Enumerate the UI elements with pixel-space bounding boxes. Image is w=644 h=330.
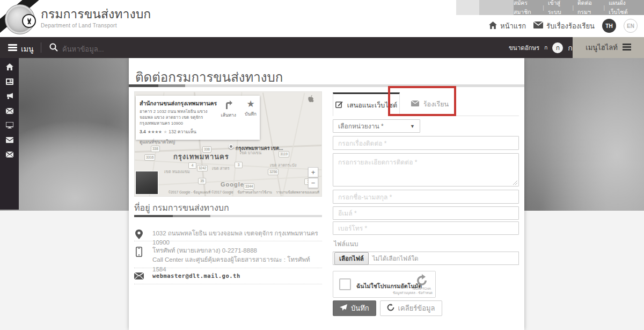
department-select[interactable]: เลือกหน่วยงาน * ▼ <box>333 119 420 133</box>
star-icon: ★ <box>246 100 254 109</box>
road-shield: 3316 <box>144 154 155 161</box>
complaint-link[interactable]: รับเรื่องร้องเรียน <box>533 20 595 32</box>
search-icon[interactable] <box>49 43 58 54</box>
map-card-address: อาคาร 2 1032 ถนน พหลโยธิน แขวง จอมพล แขว… <box>140 109 218 126</box>
left-sidebar <box>0 58 19 210</box>
file-input[interactable]: เลือกไฟล์ ไม่ได้เลือกไฟล์ใด <box>333 252 519 265</box>
sitemap-link[interactable]: แผนผังเว็บไซต์ <box>609 0 638 17</box>
details-placeholder: กรอกรายละเอียดการติดต่อ * <box>338 157 417 167</box>
reviews-link[interactable]: 132 ความเห็น <box>169 128 196 135</box>
send-icon <box>340 304 347 313</box>
highlight-menu-label: เมนูไฮไลท์ <box>586 42 617 53</box>
divider <box>134 268 322 268</box>
highlight-menu-button[interactable]: เมนูไฮไลท์ <box>573 37 644 58</box>
sidebar-item-home[interactable] <box>0 63 19 72</box>
rating-stars-empty: ★ <box>164 130 167 134</box>
sidebar-item-contact[interactable] <box>0 150 19 159</box>
choose-file-button[interactable]: เลือกไฟล์ <box>334 252 369 265</box>
font-size-label: ขนาดอักษร <box>509 43 539 53</box>
map-info-card: สำนักงานขนส่งกรุงเทพมหานคร เ... อาคาร 2 … <box>136 96 260 140</box>
menu-hamburger-icon[interactable] <box>8 44 17 51</box>
mail-icon <box>6 106 13 116</box>
contact-link[interactable]: ติดต่อกรมฯ <box>577 0 600 17</box>
tab-complaint[interactable]: ร้องเรียน <box>400 92 460 116</box>
sidebar-item-inbox[interactable] <box>0 135 19 145</box>
map-district-label: เขต สาทร <box>212 165 229 171</box>
fullname-input[interactable]: กรอกชื่อ-นามสกุล * <box>333 190 519 204</box>
search-input[interactable]: ค้นหาข้อมูล... <box>62 44 223 55</box>
subject-input[interactable]: กรอกเรื่องติดต่อ * <box>333 136 519 150</box>
link-separator: | <box>604 5 605 11</box>
tab-website-suggestion[interactable]: เสนอแนะเว็บไซต์ <box>333 92 400 116</box>
no-file-text: ไม่ได้เลือกไฟล์ใด <box>372 254 419 263</box>
sidebar-item-mail[interactable] <box>0 106 19 116</box>
recaptcha-checkbox[interactable] <box>339 278 351 290</box>
directions-button[interactable]: เส้นทาง <box>221 100 236 119</box>
register-link[interactable]: สมัครสมาชิก <box>514 0 539 17</box>
resize-handle[interactable] <box>513 181 517 185</box>
top-utility-strip: สมัครสมาชิก | เข้าสู่ระบบ | ติดต่อกรมฯ |… <box>456 0 644 15</box>
content-panel: ติดต่อกรมการขนส่งทางบก กรุงเทพมหานคร กรุ… <box>129 58 524 330</box>
map-zoom-out-button[interactable]: − <box>308 178 318 188</box>
road-shield: 35 <box>198 178 206 184</box>
sidebar-item-news[interactable] <box>0 77 19 87</box>
map-district-label: เขต บางเขน <box>240 149 261 156</box>
map-attribution: ©2017 Google - ข้อมูลแผนที่ ©2017 Google… <box>135 189 321 196</box>
clear-button[interactable]: เคลียร์ข้อมูล <box>380 300 442 316</box>
edit-icon <box>335 101 343 110</box>
news-card-icon <box>6 77 13 87</box>
save-place-button[interactable]: ★ บันทึก <box>245 100 257 119</box>
address-email-text[interactable]: webmaster@dlt.mail.go.th <box>152 272 240 281</box>
sidebar-item-eservice[interactable] <box>0 121 19 130</box>
address-email-row: webmaster@dlt.mail.go.th <box>134 272 322 281</box>
address-location-text: 1032 ถนนพหลโยธิน แขวงจอมพล เขตจตุจักร กร… <box>152 229 322 248</box>
details-textarea[interactable]: กรอกรายละเอียดการติดต่อ * <box>333 153 519 186</box>
attachment-label: ไฟล์แนบ <box>334 239 358 249</box>
main-navbar: เมนู ค้นหาข้อมูล... ขนาดอักษร ก ก ก <box>0 37 644 58</box>
contact-mail-icon <box>6 150 13 160</box>
phone-input[interactable]: เบอร์โทร * <box>333 221 519 235</box>
department-select-value: เลือกหน่วยงาน * <box>338 121 384 131</box>
google-map-embed[interactable]: กรุงเทพมหานคร กรุงเทพมหานคร เขต... เขต ห… <box>134 91 322 197</box>
font-size-large-button[interactable]: ก <box>568 42 572 54</box>
envelope-icon <box>411 101 419 108</box>
sidebar-item-announcements[interactable] <box>0 92 19 101</box>
font-size-medium-button[interactable]: ก <box>552 42 563 53</box>
site-header: กรมการขนส่งทางบก Department of Land Tran… <box>0 0 644 37</box>
map-report-link[interactable]: รายงานข้อผิดพลาดของแผนที่ <box>276 190 319 194</box>
map-city-label: กรุงเทพมหานคร <box>173 151 229 162</box>
save-place-label: บันทึก <box>245 110 257 118</box>
recaptcha-links[interactable]: ข้อมูลส่วนบุคคล - ข้อกำหนด <box>393 290 433 296</box>
save-button[interactable]: บันทึก <box>333 300 376 316</box>
map-card-title: สำนักงานขนส่งกรุงเทพมหานคร เ... <box>140 99 218 108</box>
larger-map-link[interactable]: ดูแผนที่ขนาดใหญ่ <box>140 138 256 146</box>
map-zoom-in-button[interactable]: + <box>308 167 318 177</box>
apple-store-poi-icon <box>308 95 314 105</box>
font-size-small-button[interactable]: ก <box>544 44 547 52</box>
home-link-label: หน้าแรก <box>500 20 526 32</box>
form-tabs: เสนอแนะเว็บไซต์ ร้องเรียน <box>333 89 519 116</box>
email-input[interactable]: อีเมล์ * <box>333 206 519 220</box>
save-button-label: บันทึก <box>351 303 369 314</box>
map-district-label: เขต หนองแขม <box>164 168 190 175</box>
attribution-text: ©2017 Google - ข้อมูลแผนที่ ©2017 Google <box>169 190 233 194</box>
map-card-actions: เส้นทาง ★ บันทึก <box>221 100 257 119</box>
logo-text[interactable]: กรมการขนส่งทางบก Department of Land Tran… <box>41 8 151 28</box>
menu-label[interactable]: เมนู <box>21 43 34 55</box>
title-underline-bar <box>129 84 524 87</box>
road-shield: 338 <box>151 146 160 152</box>
map-card-rating-row: 3.4 ★★★★★ 132 ความเห็น <box>140 128 256 135</box>
highlight-hamburger-icon <box>623 44 631 52</box>
language-th-button[interactable]: TH <box>602 19 616 33</box>
phone-icon <box>134 247 144 257</box>
login-link[interactable]: เข้าสู่ระบบ <box>548 0 568 17</box>
language-en-button[interactable]: EN <box>624 19 638 33</box>
strip-links: สมัครสมาชิก | เข้าสู่ระบบ | ติดต่อกรมฯ |… <box>514 0 644 15</box>
road-shield: 3119 <box>279 151 289 157</box>
home-link[interactable]: หน้าแรก <box>489 20 526 32</box>
map-terms-link[interactable]: ข้อกำหนดในการใช้งาน <box>238 190 272 194</box>
address-location-row: 1032 ถนนพหลโยธิน แขวงจอมพล เขตจตุจักร กร… <box>134 229 322 248</box>
map-district-label: เขต ลาดกระบัง <box>270 162 296 168</box>
divider <box>134 284 322 284</box>
address-phone-row: โทรศัพท์ (หมายเลขกลาง) 0-2271-8888 Call … <box>134 246 322 274</box>
